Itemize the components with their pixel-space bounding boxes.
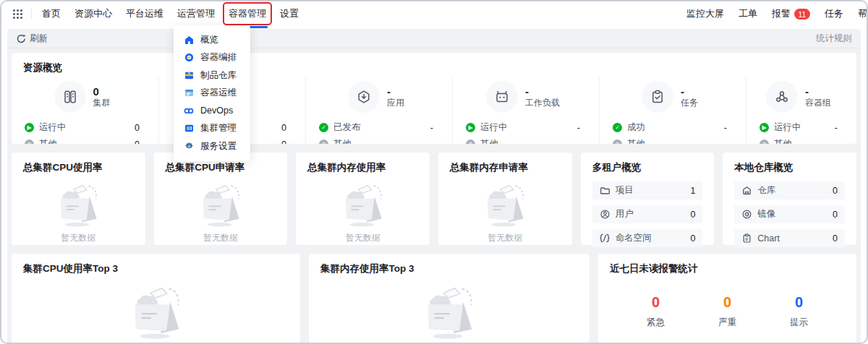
list-item-user: 用户0 <box>592 205 703 223</box>
user-icon <box>600 210 610 219</box>
stat-row: ?其他0 <box>25 136 140 144</box>
stat-cluster: 0 集群 ▶运行中0 ?其他0 <box>12 77 158 144</box>
task-icon <box>642 81 673 113</box>
nav-divider <box>31 9 32 19</box>
devops-icon <box>184 106 194 116</box>
nav-item-platform-ops[interactable]: 平台运维 <box>126 1 163 27</box>
chart-card-mem-usage: 总集群内存使用率 暂无数据 <box>296 152 430 245</box>
menu-item-container-ops[interactable]: 容器运维 <box>174 85 250 103</box>
alarm-urgent: 0 紧急 <box>647 293 665 329</box>
empty-folder-illustration <box>186 177 255 231</box>
container-ops-icon <box>184 88 194 98</box>
stat-application: - 应用 ✓已发布- ?其他- <box>305 77 452 144</box>
mem-top3-card: 集群内存使用率Top 3 暂无数据 <box>309 254 590 343</box>
menu-item-cluster-mgmt[interactable]: 集群管理 <box>174 120 250 138</box>
stat-grid: 0 集群 ▶运行中0 ?其他0 0 0 <box>12 77 856 144</box>
stat-value: - <box>525 85 560 98</box>
menu-item-service-settings[interactable]: 服务设置 <box>174 137 250 155</box>
other-status-icon: ? <box>25 139 34 144</box>
menu-item-orchestration[interactable]: 容器编排 <box>174 49 250 67</box>
workload-icon <box>486 81 518 113</box>
nav-item-label: 容器管理 <box>229 8 266 19</box>
stat-row: ?其他- <box>319 136 433 144</box>
nav-item-ticket[interactable]: 工单 <box>739 7 757 20</box>
artifact-repo-icon <box>184 71 194 80</box>
empty-text: 暂无数据 <box>61 232 95 244</box>
alarm-stats-card: 近七日未读报警统计 0 紧急 0 严重 0 提示 <box>598 254 856 343</box>
refresh-icon <box>16 34 26 43</box>
empty-text: 暂无数据 <box>346 232 380 244</box>
nav-item-alarm[interactable]: 报警11 <box>772 7 810 20</box>
running-status-icon: ▶ <box>25 123 34 132</box>
stat-value: - <box>681 85 698 98</box>
alarm-critical: 0 严重 <box>718 293 736 329</box>
stat-label: 集群 <box>93 98 111 108</box>
nav-item-settings[interactable]: 设置 <box>280 1 299 27</box>
app-launcher-icon[interactable] <box>13 9 22 19</box>
card-title: 总集群CPU使用率 <box>12 152 145 177</box>
list-item-chart: Chart0 <box>734 229 845 247</box>
stat-pods: - 容器组 ▶运行中- ?其他- <box>746 77 856 144</box>
cluster-mgmt-icon <box>184 124 194 133</box>
tenant-overview-card: 多租户概览 项目1 用户0 命名空间0 <box>581 152 715 245</box>
card-title: 近七日未读报警统计 <box>598 254 856 278</box>
main-content: 刷新 统计规则 资源概览 0 集群 ▶运行中0 <box>7 29 861 343</box>
stat-label: 工作负载 <box>525 98 560 108</box>
empty-folder-illustration <box>43 177 113 231</box>
running-status-icon: ▶ <box>466 123 475 132</box>
nav-item-resource-center[interactable]: 资源中心 <box>75 1 112 27</box>
empty-folder-illustration <box>470 177 540 231</box>
nav-item-operation-mgmt[interactable]: 运营管理 <box>177 1 215 27</box>
container-mgmt-dropdown: 概览 容器编排 制品仓库 容器运维 DevOps 集群管理 服务设置 <box>174 25 250 161</box>
list-item-image: 镜像0 <box>734 205 845 223</box>
app-window: 首页 资源中心 平台运维 运营管理 容器管理 设置 监控大屏 工单 报警11 任… <box>0 0 868 344</box>
stats-rule-link[interactable]: 统计规则 <box>816 33 852 45</box>
menu-item-artifact-repo[interactable]: 制品仓库 <box>174 66 250 85</box>
other-status-icon: ? <box>319 139 328 144</box>
nav-item-container-mgmt[interactable]: 容器管理 <box>229 1 266 27</box>
stat-row: ?其他- <box>760 136 838 144</box>
menu-item-devops[interactable]: DevOps <box>174 102 250 120</box>
empty-folder-illustration <box>407 278 492 343</box>
list-item-namespace: 命名空间0 <box>592 229 703 247</box>
stat-row: ✓已发布- <box>319 119 433 136</box>
toolbar: 刷新 统计规则 <box>7 29 861 48</box>
list-item-project: 项目1 <box>592 181 703 199</box>
card-title: 总集群内存申请率 <box>438 152 572 177</box>
list-item-warehouse: 仓库0 <box>734 181 845 199</box>
running-status-icon: ▶ <box>760 123 769 132</box>
other-status-icon: ? <box>466 139 475 144</box>
stat-workload: - 工作负载 ▶运行中- ?其他- <box>452 77 599 144</box>
nav-item-help[interactable]: 帮助 <box>858 7 868 20</box>
nav-item-monitor-screen[interactable]: 监控大屏 <box>686 7 724 20</box>
nav-item-task[interactable]: 任务 <box>825 7 843 20</box>
stat-value: - <box>805 85 831 98</box>
chart-icon <box>741 233 752 243</box>
success-status-icon: ✓ <box>613 123 622 132</box>
chart-card-cpu-usage: 总集群CPU使用率 暂无数据 <box>12 152 145 245</box>
empty-folder-illustration <box>114 278 199 343</box>
card-title: 总集群内存使用率 <box>296 152 430 177</box>
empty-folder-illustration <box>328 177 398 231</box>
namespace-icon <box>600 233 610 243</box>
refresh-button[interactable]: 刷新 <box>16 33 48 45</box>
stat-label: 任务 <box>681 98 698 108</box>
nav-right-menu: 监控大屏 工单 报警11 任务 帮助 <box>686 1 868 26</box>
warehouse-icon <box>741 186 752 195</box>
nav-item-home[interactable]: 首页 <box>42 1 61 27</box>
stat-row: ✓成功- <box>613 119 727 136</box>
cpu-top3-card: 集群CPU使用率Top 3 暂无数据 <box>12 254 300 343</box>
stat-label: 应用 <box>387 98 404 108</box>
empty-text: 暂无数据 <box>488 232 522 244</box>
stat-task: - 任务 ✓成功- ?其他- <box>599 77 746 144</box>
stat-row: ?其他- <box>613 136 727 144</box>
card-title: 多租户概览 <box>581 152 715 177</box>
card-title: 集群内存使用率Top 3 <box>309 254 590 278</box>
image-icon <box>741 210 752 219</box>
stat-row: ▶运行中- <box>466 119 580 136</box>
menu-item-overview[interactable]: 概览 <box>174 31 250 49</box>
alarm-label: 报警 <box>772 8 791 19</box>
stat-value: 0 <box>93 85 111 98</box>
service-settings-icon <box>184 142 194 151</box>
local-repo-overview-card: 本地仓库概览 仓库0 镜像0 Chart0 <box>723 152 856 245</box>
